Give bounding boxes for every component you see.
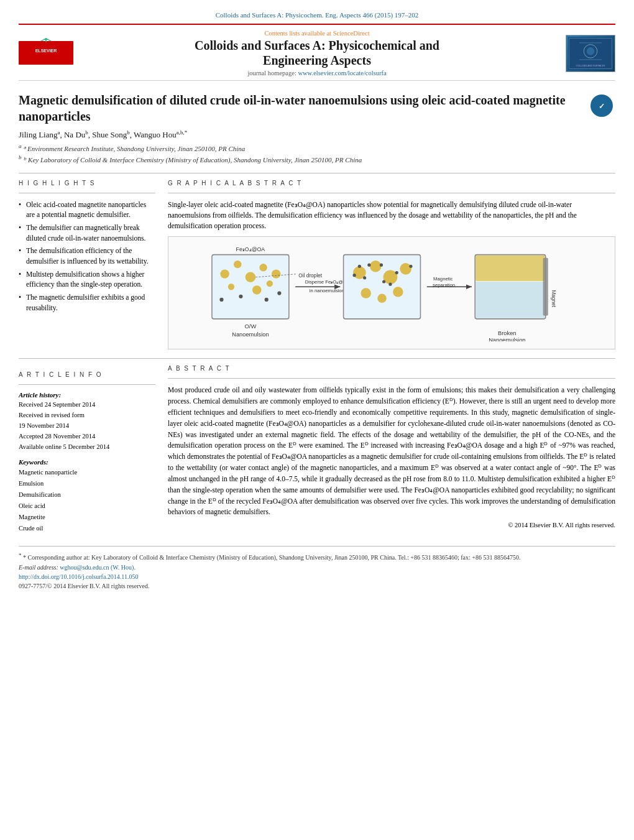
journal-cover-image: COLLOIDS AND SURFACES xyxy=(559,35,615,72)
crossmark-circle[interactable]: ✓ xyxy=(590,95,613,117)
doi-link-row: http://dx.doi.org/10.1016/j.colsurfa.201… xyxy=(19,572,615,581)
author-affiliations: a ᵃ Environment Research Institute, Shan… xyxy=(19,142,615,165)
diagram-svg: O/W Nanoemulsion Fe₃O₄@OA xyxy=(173,242,610,341)
graphical-abstract-section: G R A P H I C A L A B S T R A C T Single… xyxy=(168,180,615,350)
svg-text:COLLOIDS AND SURFACES: COLLOIDS AND SURFACES xyxy=(576,64,606,67)
svg-point-19 xyxy=(234,261,241,268)
keyword-3: Demulsification xyxy=(19,489,155,501)
article-history: Article history: Received 24 September 2… xyxy=(19,391,155,452)
homepage-link[interactable]: www.elsevier.com/locate/colsurfa xyxy=(298,70,386,76)
svg-point-29 xyxy=(265,298,269,302)
affiliation-a: a ᵃ Environment Research Institute, Shan… xyxy=(19,142,615,154)
history-accepted: Accepted 28 November 2014 xyxy=(19,432,155,442)
svg-text:Magnetic: Magnetic xyxy=(433,276,453,282)
svg-point-51 xyxy=(361,288,371,299)
authors: Jiling Lianga, Na Dub, Shue Songb, Wangu… xyxy=(19,129,615,140)
svg-point-48 xyxy=(395,271,398,274)
journal-homepage: journal homepage: www.elsevier.com/locat… xyxy=(81,70,553,76)
keywords-label: Keywords: xyxy=(19,458,155,466)
svg-point-10 xyxy=(587,47,595,55)
svg-rect-15 xyxy=(212,255,289,319)
svg-point-27 xyxy=(219,298,223,302)
svg-text:ELSEVIER: ELSEVIER xyxy=(35,48,57,53)
divider-ga xyxy=(168,193,615,193)
svg-point-49 xyxy=(388,283,392,286)
svg-text:O/W: O/W xyxy=(245,324,257,330)
footer-area: * * Corresponding author at: Key Laborat… xyxy=(19,546,615,590)
highlights-header: H I G H L I G H T S xyxy=(19,180,155,187)
svg-point-25 xyxy=(267,280,273,287)
svg-point-22 xyxy=(272,270,280,279)
divider-highlights xyxy=(19,193,155,193)
svg-rect-61 xyxy=(543,258,548,316)
highlight-item-4: Multistep demulsification shows a higher… xyxy=(19,269,155,290)
graphical-abstract-text: Single-layer oleic acid-coated magnetite… xyxy=(168,200,615,232)
svg-point-46 xyxy=(380,264,383,267)
email-link[interactable]: wghou@sdu.edu.cn (W. Hou). xyxy=(60,564,136,571)
contents-available: Contents lists available at ScienceDirec… xyxy=(81,30,553,37)
article-info-section: A R T I C L E I N F O Article history: R… xyxy=(19,371,155,533)
highlight-item-1: Oleic acid-coated magnetite nanoparticle… xyxy=(19,200,155,220)
divider-2 xyxy=(19,358,615,359)
article-area: Magnetic demulsification of diluted crud… xyxy=(19,81,615,591)
highlights-section: H I G H L I G H T S Oleic acid-coated ma… xyxy=(19,180,155,350)
elsevier-logo: ELSEVIER xyxy=(19,35,75,72)
svg-text:Fe₃O₄@OA: Fe₃O₄@OA xyxy=(236,247,265,253)
graphical-abstract-header: G R A P H I C A L A B S T R A C T xyxy=(168,180,615,187)
svg-point-21 xyxy=(259,264,267,271)
graphical-abstract-diagram: O/W Nanoemulsion Fe₃O₄@OA xyxy=(168,236,615,349)
keyword-6: Crude oil xyxy=(19,523,155,534)
info-abstract-row: A R T I C L E I N F O Article history: R… xyxy=(19,365,615,533)
keyword-4: Oleic acid xyxy=(19,501,155,512)
history-label: Article history: xyxy=(19,391,155,399)
svg-point-42 xyxy=(358,265,361,268)
highlight-item-3: The demulsification efficiency of the de… xyxy=(19,246,155,266)
svg-point-52 xyxy=(393,287,403,298)
keyword-2: Emulsion xyxy=(19,478,155,489)
svg-text:✓: ✓ xyxy=(599,102,605,111)
article-title: Magnetic demulsification of diluted crud… xyxy=(19,92,584,124)
divider-info xyxy=(19,384,155,385)
affiliation-b: b ᵇ Key Laboratory of Colloid & Interfac… xyxy=(19,154,615,165)
svg-text:separation: separation xyxy=(433,283,455,288)
journal-name: Colloids and Surfaces A: Physicochemical… xyxy=(81,38,553,68)
svg-point-50 xyxy=(409,265,412,268)
crossmark-icon[interactable]: ✓ xyxy=(590,95,615,117)
svg-point-24 xyxy=(252,286,261,295)
issn-note: 0927-7757/© 2014 Elsevier B.V. All right… xyxy=(19,581,615,591)
svg-rect-59 xyxy=(476,256,544,281)
abstract-header: A B S T R A C T xyxy=(168,365,615,372)
svg-point-18 xyxy=(220,270,229,279)
article-title-row: Magnetic demulsification of diluted crud… xyxy=(19,92,615,124)
svg-point-45 xyxy=(367,264,370,267)
keywords-section: Keywords: Magnetic nanoparticle Emulsion… xyxy=(19,458,155,533)
doi-link[interactable]: http://dx.doi.org/10.1016/j.colsurfa.201… xyxy=(19,573,139,580)
svg-text:Oil droplet: Oil droplet xyxy=(298,273,322,279)
history-available: Available online 5 December 2014 xyxy=(19,442,155,453)
svg-text:Nanoemulsion: Nanoemulsion xyxy=(232,331,269,338)
history-revised-date: 19 November 2014 xyxy=(19,421,155,432)
history-received: Received 24 September 2014 xyxy=(19,400,155,410)
svg-point-23 xyxy=(228,284,234,290)
journal-title-block: Contents lists available at ScienceDirec… xyxy=(75,30,559,76)
article-info-header: A R T I C L E I N F O xyxy=(19,371,155,378)
svg-point-41 xyxy=(400,263,411,275)
svg-text:in nanoemulsion: in nanoemulsion xyxy=(310,288,344,293)
svg-point-28 xyxy=(239,295,242,298)
highlight-item-5: The magnetic demulsifier exhibits a good… xyxy=(19,292,155,313)
svg-text:Broken: Broken xyxy=(498,330,516,336)
journal-citation: Colloids and Surfaces A: Physicochem. En… xyxy=(19,11,615,19)
svg-point-39 xyxy=(370,261,382,272)
svg-point-20 xyxy=(246,272,256,283)
svg-text:Magnet: Magnet xyxy=(551,290,556,308)
svg-text:Nanoemulsion: Nanoemulsion xyxy=(489,337,525,341)
email-note: E-mail address: wghou@sdu.edu.cn (W. Hou… xyxy=(19,563,615,572)
abstract-section: A B S T R A C T Most produced crude oil … xyxy=(168,365,615,533)
svg-point-44 xyxy=(363,277,366,280)
keyword-5: Magnetite xyxy=(19,512,155,523)
svg-rect-0 xyxy=(19,41,73,65)
journal-header: ELSEVIER Contents lists available at Sci… xyxy=(19,24,615,81)
svg-rect-60 xyxy=(476,282,544,318)
corresponding-author-note: * * Corresponding author at: Key Laborat… xyxy=(19,552,615,562)
copyright: © 2014 Elsevier B.V. All rights reserved… xyxy=(168,522,615,528)
